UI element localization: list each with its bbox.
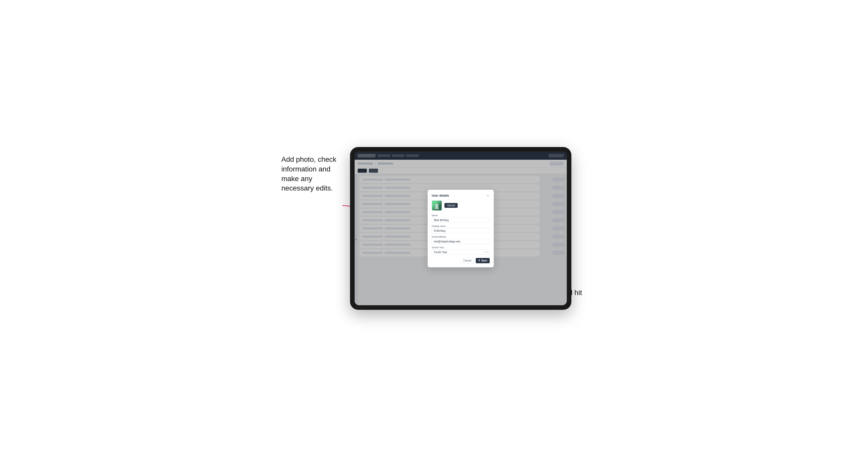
tablet-screen: › <box>354 152 567 305</box>
school-year-field-group: School Year ✕ ▲ ▼ <box>432 246 490 255</box>
modal-overlay: User details × Upload Name <box>354 152 567 305</box>
cancel-button[interactable]: Cancel <box>461 258 474 263</box>
display-name-field-group: Display name <box>432 225 490 234</box>
user-photo-thumbnail <box>432 200 442 211</box>
school-year-input[interactable] <box>432 250 490 255</box>
name-label: Name <box>432 214 490 217</box>
display-name-label: Display name <box>432 225 490 227</box>
select-clear-icon[interactable]: ✕ <box>484 251 487 253</box>
upload-photo-button[interactable]: Upload <box>444 203 458 208</box>
modal-title: User details <box>432 194 449 197</box>
chevron-down-icon[interactable]: ▼ <box>487 252 489 254</box>
select-arrows: ▲ ▼ <box>487 251 489 254</box>
select-controls: ✕ ▲ ▼ <box>484 251 489 254</box>
user-details-modal: User details × Upload Name <box>428 190 494 267</box>
photo-section: Upload <box>432 200 490 211</box>
modal-close-button[interactable]: × <box>486 194 490 197</box>
school-year-label: School Year <box>432 246 490 249</box>
tablet-frame: › <box>350 147 571 310</box>
school-year-select-wrapper: ✕ ▲ ▼ <box>432 250 490 255</box>
display-name-input[interactable] <box>432 228 490 234</box>
save-button-label: Save <box>481 259 487 262</box>
email-field-group: Email address <box>432 236 490 244</box>
email-label: Email address <box>432 236 490 238</box>
name-field-group: Name <box>432 214 490 223</box>
email-input[interactable] <box>432 239 490 244</box>
annotation-left: Add photo, check information and make an… <box>281 155 342 193</box>
save-button[interactable]: ⬆ Save <box>476 258 490 263</box>
modal-footer: Cancel ⬆ Save <box>432 258 490 263</box>
photo-image <box>432 201 442 210</box>
save-icon: ⬆ <box>478 259 480 262</box>
name-input[interactable] <box>432 217 490 223</box>
scene: Add photo, check information and make an… <box>281 134 587 333</box>
modal-header: User details × <box>432 194 490 197</box>
